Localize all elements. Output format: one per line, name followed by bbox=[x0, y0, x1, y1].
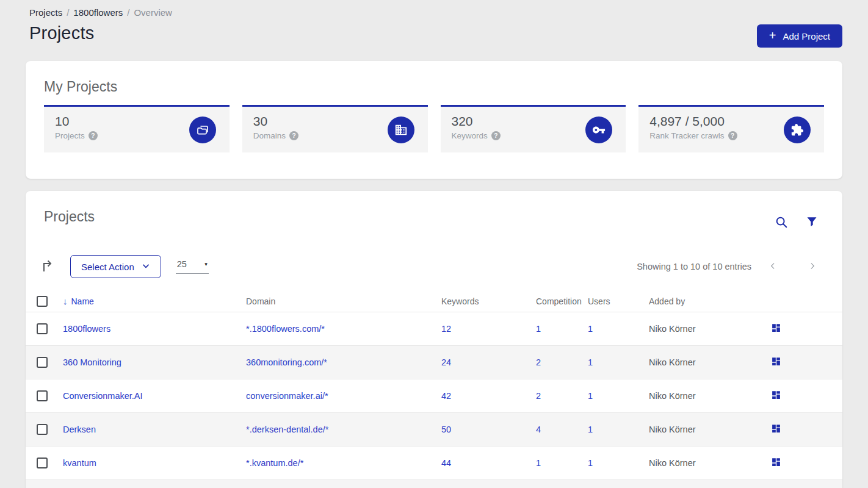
added-by-value: Niko Körner bbox=[649, 391, 770, 401]
stat-label: Projects bbox=[55, 131, 85, 140]
add-project-label: Add Project bbox=[783, 31, 830, 41]
column-header-keywords[interactable]: Keywords bbox=[441, 296, 536, 306]
table-row-partial bbox=[26, 479, 842, 488]
column-header-added-by[interactable]: Added by bbox=[649, 296, 770, 306]
project-dashboard-button[interactable] bbox=[771, 390, 781, 402]
chevron-down-icon bbox=[142, 262, 150, 272]
select-action-dropdown[interactable]: Select Action bbox=[70, 255, 161, 278]
chevron-right-icon bbox=[808, 261, 817, 273]
row-checkbox[interactable] bbox=[37, 424, 48, 435]
project-domain-link[interactable]: *.kvantum.de/* bbox=[246, 458, 303, 468]
projects-panel-title: Projects bbox=[44, 209, 842, 225]
project-name-link[interactable]: Derksen bbox=[63, 425, 96, 434]
project-dashboard-button[interactable] bbox=[771, 323, 781, 335]
plus-icon: + bbox=[769, 29, 776, 41]
table-row: 360 Monitoring 360monitoring.com/* 24 2 … bbox=[26, 345, 842, 379]
search-button[interactable] bbox=[775, 215, 788, 231]
project-name-link[interactable]: Conversionmaker.AI bbox=[63, 391, 143, 401]
showing-entries-text: Showing 1 to 10 of 10 entries bbox=[637, 262, 751, 271]
project-keywords-link[interactable]: 50 bbox=[441, 425, 451, 434]
table-header-row: ↓ Name Domain Keywords Competition Users… bbox=[26, 290, 842, 312]
project-domain-link[interactable]: *.derksen-dental.de/* bbox=[246, 425, 328, 434]
dashboard-grid-icon bbox=[771, 423, 781, 436]
table-row: kvantum *.kvantum.de/* 44 1 1 Niko Körne… bbox=[26, 446, 842, 479]
breadcrumb-separator: / bbox=[127, 7, 129, 18]
dashboard-grid-icon bbox=[771, 390, 781, 402]
project-competition-link[interactable]: 1 bbox=[536, 458, 541, 468]
project-domain-link[interactable]: *.1800flowers.com/* bbox=[246, 324, 325, 334]
project-domain-link[interactable]: conversionmaker.ai/* bbox=[246, 391, 328, 401]
project-users-link[interactable]: 1 bbox=[588, 324, 593, 334]
my-projects-title: My Projects bbox=[44, 79, 842, 95]
project-keywords-link[interactable]: 44 bbox=[441, 458, 451, 468]
dashboard-grid-icon bbox=[771, 323, 781, 335]
previous-page-button[interactable] bbox=[761, 257, 784, 276]
project-users-link[interactable]: 1 bbox=[588, 391, 593, 401]
add-project-button[interactable]: + Add Project bbox=[757, 24, 842, 48]
project-competition-link[interactable]: 1 bbox=[536, 324, 541, 334]
projects-panel: Projects Select Ac bbox=[26, 191, 842, 488]
row-checkbox[interactable] bbox=[37, 357, 48, 368]
caret-down-icon: ▾ bbox=[204, 261, 208, 267]
project-users-link[interactable]: 1 bbox=[588, 357, 593, 367]
rank-tracker-puzzle-icon bbox=[784, 117, 811, 143]
breadcrumb: Projects/1800flowers/Overview bbox=[29, 7, 172, 18]
column-header-name[interactable]: ↓ Name bbox=[63, 296, 246, 306]
project-keywords-link[interactable]: 24 bbox=[441, 357, 451, 367]
filter-button[interactable] bbox=[806, 215, 818, 231]
filter-icon bbox=[806, 215, 818, 231]
export-button[interactable] bbox=[40, 259, 55, 275]
breadcrumb-separator: / bbox=[67, 7, 69, 18]
table-row: 1800flowers *.1800flowers.com/* 12 1 1 N… bbox=[26, 312, 842, 345]
project-users-link[interactable]: 1 bbox=[588, 458, 593, 468]
projects-table: ↓ Name Domain Keywords Competition Users… bbox=[26, 290, 842, 488]
added-by-value: Niko Körner bbox=[649, 324, 770, 334]
help-icon[interactable]: ? bbox=[89, 131, 98, 140]
my-projects-card: My Projects 10 Projects ? 30 Domains ? bbox=[26, 61, 842, 179]
breadcrumb-projects[interactable]: Projects bbox=[29, 7, 62, 18]
search-icon bbox=[775, 215, 788, 231]
project-keywords-link[interactable]: 42 bbox=[441, 391, 451, 401]
sort-descending-icon: ↓ bbox=[63, 296, 68, 306]
row-checkbox[interactable] bbox=[37, 458, 48, 468]
stat-tiles: 10 Projects ? 30 Domains ? bbox=[44, 105, 824, 152]
column-header-domain[interactable]: Domain bbox=[246, 296, 441, 306]
column-header-competition[interactable]: Competition bbox=[536, 296, 588, 306]
breadcrumb-project[interactable]: 1800flowers bbox=[73, 7, 123, 18]
project-name-link[interactable]: kvantum bbox=[63, 458, 96, 468]
column-header-users[interactable]: Users bbox=[588, 296, 649, 306]
added-by-value: Niko Körner bbox=[649, 425, 770, 434]
page-size-select[interactable]: 25 ▾ bbox=[176, 259, 209, 274]
project-dashboard-button[interactable] bbox=[771, 356, 781, 368]
help-icon[interactable]: ? bbox=[728, 131, 737, 140]
project-name-link[interactable]: 360 Monitoring bbox=[63, 357, 121, 367]
help-icon[interactable]: ? bbox=[491, 131, 501, 140]
project-name-link[interactable]: 1800flowers bbox=[63, 324, 110, 334]
project-users-link[interactable]: 1 bbox=[588, 425, 593, 434]
keywords-key-icon bbox=[585, 117, 612, 143]
stat-tile-projects: 10 Projects ? bbox=[44, 105, 230, 152]
pagination bbox=[761, 257, 824, 276]
project-dashboard-button[interactable] bbox=[771, 423, 781, 436]
row-checkbox[interactable] bbox=[37, 323, 48, 334]
table-body: 1800flowers *.1800flowers.com/* 12 1 1 N… bbox=[26, 312, 842, 488]
stat-tile-keywords: 320 Keywords ? bbox=[441, 105, 626, 152]
domains-building-icon bbox=[388, 117, 414, 143]
stat-label: Domains bbox=[253, 131, 286, 140]
table-row: Derksen *.derksen-dental.de/* 50 4 1 Nik… bbox=[26, 412, 842, 446]
project-dashboard-button[interactable] bbox=[771, 457, 781, 469]
row-checkbox[interactable] bbox=[37, 390, 48, 401]
project-domain-link[interactable]: 360monitoring.com/* bbox=[246, 357, 327, 367]
project-competition-link[interactable]: 2 bbox=[536, 357, 541, 367]
select-all-checkbox[interactable] bbox=[37, 296, 48, 307]
stat-label: Keywords bbox=[452, 131, 488, 140]
stat-tile-domains: 30 Domains ? bbox=[242, 105, 428, 152]
next-page-button[interactable] bbox=[801, 257, 824, 276]
page-title: Projects bbox=[29, 23, 94, 43]
project-competition-link[interactable]: 2 bbox=[536, 391, 541, 401]
dashboard-grid-icon bbox=[771, 457, 781, 469]
help-icon[interactable]: ? bbox=[289, 131, 298, 140]
project-competition-link[interactable]: 4 bbox=[536, 425, 541, 434]
stat-tile-rank-tracker: 4,897 / 5,000 Rank Tracker crawls ? bbox=[638, 105, 824, 152]
project-keywords-link[interactable]: 12 bbox=[441, 324, 451, 334]
